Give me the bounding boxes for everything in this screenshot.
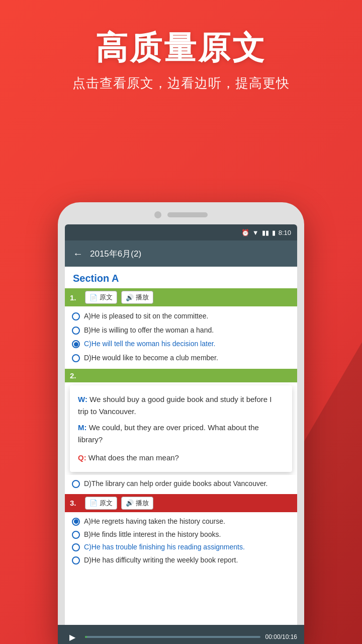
q2-number: 2. [70, 371, 81, 380]
question1-bar: 1. 📄 原文 🔊 播放 [65, 288, 297, 306]
question3-bar: 3. 📄 原文 🔊 播放 [65, 494, 297, 512]
q3-bofang-button[interactable]: 🔊 播放 [121, 497, 153, 510]
q1-radio-b[interactable] [72, 327, 80, 335]
app-bar: ← 2015年6月(2) [65, 240, 297, 267]
q3-options: A)He regrets having taken the history co… [65, 512, 297, 570]
q2-option-d-partial: D)The library can help order guide books… [65, 475, 297, 493]
q1-option-a[interactable]: A)He is pleased to sit on the committee. [72, 309, 290, 324]
q3-option-d[interactable]: D)He has difficulty writing the weekly b… [72, 554, 290, 567]
wifi-icon: ▼ [252, 229, 259, 236]
speaker-icon-q3: 🔊 [126, 499, 134, 507]
q3-option-a[interactable]: A)He regrets having taken the history co… [72, 515, 290, 528]
sub-title: 点击查看原文，边看边听，提高更快 [0, 74, 362, 92]
progress-fill [85, 636, 87, 637]
speaker-icon: 🔊 [126, 294, 134, 301]
document-icon-q3: 📄 [89, 499, 98, 507]
phone-screen: ⏰ ▼ ▮▮ ▮ 8:10 ← 2015年6月(2) Section A 1. [65, 224, 297, 637]
q1-radio-d[interactable] [72, 354, 80, 362]
play-button[interactable]: ▶ [65, 629, 80, 637]
q1-yuanwen-button[interactable]: 📄 原文 [85, 291, 117, 304]
q3-option-b[interactable]: B)He finds little interest in the histor… [72, 528, 290, 541]
battery-icon: ▮ [272, 229, 276, 236]
section-a-header: Section A [65, 267, 297, 288]
q2-popup: W: We should buy a good guide book and s… [70, 385, 292, 472]
q1-number: 1. [70, 293, 81, 302]
q3-radio-d[interactable] [72, 556, 80, 565]
status-time: 8:10 [279, 229, 291, 236]
q3-number: 3. [70, 499, 81, 507]
q3-radio-b[interactable] [72, 531, 80, 539]
q3-option-c[interactable]: C)He has trouble finishing his reading a… [72, 541, 290, 554]
app-bar-title: 2015年6月(2) [90, 248, 141, 260]
q1-option-d[interactable]: D)He would like to become a club member. [72, 351, 290, 365]
q2-q-text: Q: What does the man mean? [78, 452, 284, 464]
player-time: 00:00/10:16 [265, 633, 297, 637]
back-button[interactable]: ← [73, 248, 83, 260]
q1-radio-c[interactable] [72, 340, 80, 348]
q3-radio-a[interactable] [72, 518, 80, 526]
q1-bofang-button[interactable]: 🔊 播放 [121, 291, 153, 304]
q3-yuanwen-button[interactable]: 📄 原文 [85, 497, 117, 510]
phone-mockup: ⏰ ▼ ▮▮ ▮ 8:10 ← 2015年6月(2) Section A 1. [58, 202, 304, 644]
main-title: 高质量原文 [0, 30, 362, 65]
signal-icon: ▮▮ [262, 229, 269, 236]
progress-bar[interactable] [85, 636, 260, 637]
phone-speaker [167, 212, 208, 217]
alarm-icon: ⏰ [241, 229, 249, 236]
section-a-label: Section A [73, 273, 119, 284]
status-bar: ⏰ ▼ ▮▮ ▮ 8:10 [65, 224, 297, 240]
q1-option-c[interactable]: C)He will tell the woman his decision la… [72, 337, 290, 351]
phone-camera [154, 211, 161, 218]
document-icon: 📄 [89, 294, 98, 301]
question2-bar: 2. [65, 369, 297, 382]
q1-option-b[interactable]: B)He is willing to offer the woman a han… [72, 324, 290, 338]
q2-m-text: M: We could, but they are over priced. W… [78, 422, 284, 446]
q1-options: A)He is pleased to sit on the committee.… [65, 306, 297, 367]
q3-radio-c[interactable] [72, 543, 80, 551]
q2-w-text: W: We should buy a good guide book and s… [78, 393, 284, 418]
audio-player: ▶ 00:00/10:16 [65, 625, 297, 637]
screen-content[interactable]: Section A 1. 📄 原文 🔊 播放 [65, 267, 297, 613]
q2-radio-d[interactable] [72, 480, 80, 488]
q1-radio-a[interactable] [72, 312, 80, 320]
